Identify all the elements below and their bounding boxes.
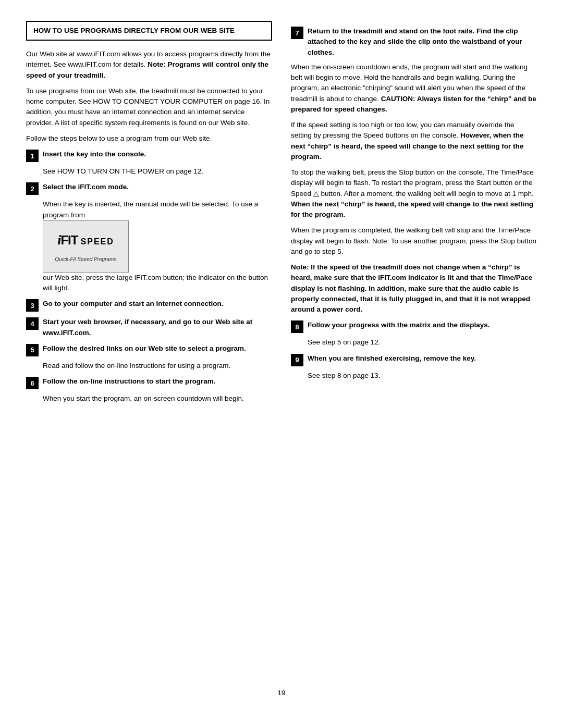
step-5-row: 5 Follow the desired links on our Web si… [26, 343, 272, 356]
step-9-sub: See step 8 on page 13. [308, 371, 537, 381]
step-9-row: 9 When you are finished exercising, remo… [291, 353, 537, 366]
step-4-text: Start your web browser, if necessary, an… [43, 317, 272, 338]
step-5-sub: Read and follow the on-line instructions… [43, 361, 272, 371]
ifit-logo: iFIT SPEED [57, 230, 114, 250]
step-7-row: 7 Return to the treadmill and stand on t… [291, 26, 537, 58]
intro-paragraph-3: Follow the steps below to use a program … [26, 133, 272, 144]
step-8-row: 8 Follow your progress with the matrix a… [291, 320, 537, 333]
two-column-layout: HOW TO USE PROGRAMS DIRECTLY FROM OUR WE… [26, 21, 537, 673]
right-para-1: When the on-screen countdown ends, the p… [291, 62, 537, 115]
step-2-desc: When the key is inserted, the manual mod… [43, 199, 272, 293]
step-2-content: When the key is inserted, the manual mod… [43, 199, 272, 293]
intro-paragraph-2: To use programs from our Web site, the t… [26, 86, 272, 128]
section-title: HOW TO USE PROGRAMS DIRECTLY FROM OUR WE… [33, 26, 265, 35]
right-column: 7 Return to the treadmill and stand on t… [291, 21, 537, 673]
ifit-console-image: iFIT SPEED Quick-Fit Speed Programs [43, 220, 129, 273]
step-7-number: 7 [291, 27, 303, 39]
step-2-text: Select the iFIT.com mode. [43, 182, 272, 192]
step-5-number: 5 [26, 344, 39, 356]
step-4-row: 4 Start your web browser, if necessary, … [26, 317, 272, 338]
step-8-number: 8 [291, 320, 303, 333]
right-para-4: When the program is completed, the walki… [291, 225, 537, 257]
step-6-row: 6 Follow the on-line instructions to sta… [26, 376, 272, 389]
section-header-box: HOW TO USE PROGRAMS DIRECTLY FROM OUR WE… [26, 21, 272, 41]
step-4-number: 4 [26, 317, 39, 330]
step-6-text: Follow the on-line instructions to start… [43, 376, 272, 387]
step-3-number: 3 [26, 299, 39, 312]
step-8-sub: See step 5 on page 12. [308, 337, 537, 348]
step-3-text: Go to your computer and start an interne… [43, 299, 272, 309]
ifit-subtitle: Quick-Fit Speed Programs [55, 255, 117, 263]
step-1-text: Insert the key into the console. [43, 149, 272, 159]
right-para-3: To stop the walking belt, press the Stop… [291, 167, 537, 220]
step-1-sub: See HOW TO TURN ON THE POWER on page 12. [43, 166, 272, 177]
step-1-row: 1 Insert the key into the console. [26, 149, 272, 162]
step-7-text: Return to the treadmill and stand on the… [308, 26, 537, 58]
right-para-2: If the speed setting is too high or too … [291, 120, 537, 162]
intro-paragraph-1: Our Web site at www.iFIT.com allows you … [26, 49, 272, 81]
step-5-text: Follow the desired links on our Web site… [43, 343, 272, 354]
step-9-text: When you are finished exercising, remove… [308, 353, 537, 364]
step-2-number: 2 [26, 182, 39, 195]
step-6-number: 6 [26, 377, 39, 389]
step-1-number: 1 [26, 150, 39, 162]
page: HOW TO USE PROGRAMS DIRECTLY FROM OUR WE… [0, 0, 563, 728]
left-column: HOW TO USE PROGRAMS DIRECTLY FROM OUR WE… [26, 21, 272, 673]
step-3-row: 3 Go to your computer and start an inter… [26, 299, 272, 312]
step-2-row: 2 Select the iFIT.com mode. [26, 182, 272, 195]
note-bold-paragraph: Note: If the speed of the treadmill does… [291, 262, 537, 315]
step-8-text: Follow your progress with the matrix and… [308, 320, 537, 330]
step-9-number: 9 [291, 354, 303, 366]
page-number: 19 [26, 689, 537, 697]
step-6-sub: When you start the program, an on-screen… [43, 393, 272, 404]
